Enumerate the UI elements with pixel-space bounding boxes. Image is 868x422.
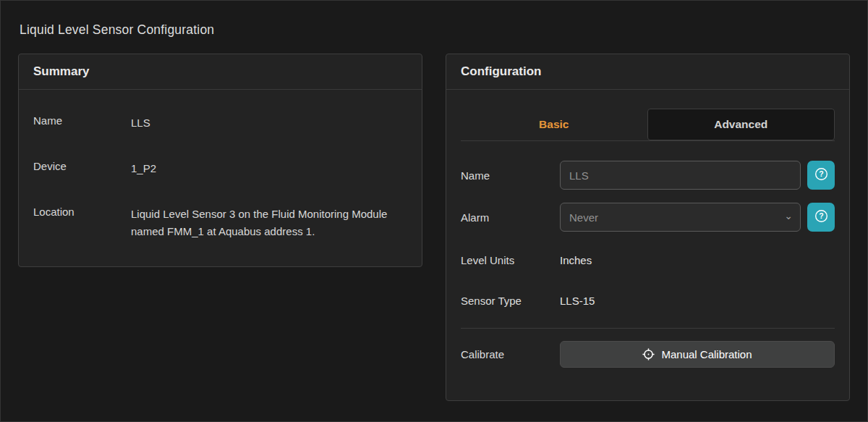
summary-device-label: Device xyxy=(33,160,131,177)
name-field-controls: ? xyxy=(560,161,835,190)
config-row-sensor-type: Sensor Type LLS-15 xyxy=(461,295,835,307)
configuration-card: Configuration Basic Advanced Name xyxy=(446,54,850,401)
question-mark-icon: ? xyxy=(814,209,828,225)
alarm-help-button[interactable]: ? xyxy=(807,203,835,232)
summary-name-value: LLS xyxy=(131,114,150,132)
name-help-button[interactable]: ? xyxy=(807,161,835,190)
svg-text:?: ? xyxy=(819,211,823,220)
tab-advanced[interactable]: Advanced xyxy=(647,109,835,140)
summary-card: Summary Name LLS Device 1_P2 Location Li… xyxy=(18,54,422,267)
summary-row-name: Name LLS xyxy=(33,114,407,132)
summary-device-value: 1_P2 xyxy=(131,160,156,177)
level-units-label: Level Units xyxy=(461,254,560,266)
config-row-level-units: Level Units Inches xyxy=(461,254,835,266)
config-row-alarm: Alarm Never ⌄ ? xyxy=(461,203,835,232)
calibrate-controls: Manual Calibration xyxy=(560,341,835,368)
summary-row-device: Device 1_P2 xyxy=(33,160,407,177)
summary-location-value: Liquid Level Sensor 3 on the Fluid Monit… xyxy=(131,206,393,240)
liquid-level-sensor-config-page: Liquid Level Sensor Configuration Summar… xyxy=(0,0,868,422)
configuration-card-title: Configuration xyxy=(446,54,849,90)
summary-row-location: Location Liquid Level Sensor 3 on the Fl… xyxy=(33,206,407,240)
calibrate-label: Calibrate xyxy=(461,348,560,360)
alarm-field-controls: Never ⌄ ? xyxy=(560,203,835,232)
content-columns: Summary Name LLS Device 1_P2 Location Li… xyxy=(18,54,850,401)
manual-calibration-button[interactable]: Manual Calibration xyxy=(560,341,835,368)
alarm-select-wrap: Never ⌄ xyxy=(560,203,801,232)
config-tab-bar: Basic Advanced xyxy=(461,109,835,141)
svg-text:?: ? xyxy=(819,169,823,178)
config-row-name: Name ? xyxy=(461,161,835,190)
sensor-type-controls: LLS-15 xyxy=(560,295,835,307)
alarm-field-label: Alarm xyxy=(461,211,560,224)
summary-card-title: Summary xyxy=(19,54,422,90)
config-row-calibrate: Calibrate xyxy=(461,341,835,368)
level-units-controls: Inches xyxy=(560,254,835,266)
summary-card-body: Name LLS Device 1_P2 Location Liquid Lev… xyxy=(19,90,422,240)
crosshair-icon xyxy=(642,348,655,360)
level-units-value: Inches xyxy=(560,254,592,266)
sensor-type-label: Sensor Type xyxy=(461,295,560,307)
name-input[interactable] xyxy=(560,161,801,190)
page-title: Liquid Level Sensor Configuration xyxy=(20,22,850,38)
manual-calibration-button-label: Manual Calibration xyxy=(661,348,752,360)
summary-location-label: Location xyxy=(33,206,131,240)
name-field-label: Name xyxy=(461,169,560,182)
question-mark-icon: ? xyxy=(814,167,828,183)
calibrate-divider xyxy=(461,328,835,329)
configuration-card-body: Basic Advanced Name ? xyxy=(446,90,849,368)
tab-basic[interactable]: Basic xyxy=(461,109,647,140)
alarm-select[interactable]: Never xyxy=(560,203,801,232)
summary-name-label: Name xyxy=(33,114,131,132)
sensor-type-value: LLS-15 xyxy=(560,295,595,307)
